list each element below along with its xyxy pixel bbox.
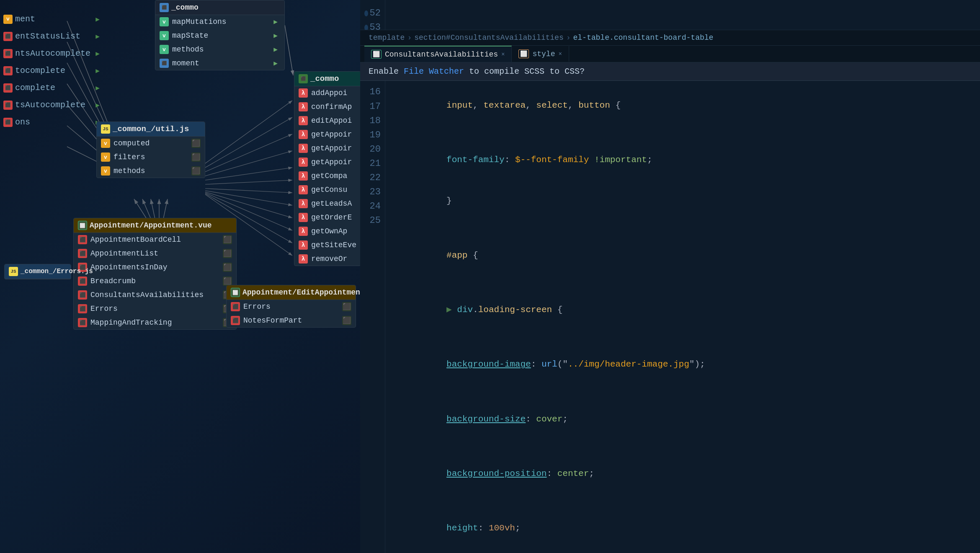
node-item-mapState: v mapState ▶ <box>155 29 284 43</box>
vue-icon2: ⬜ <box>231 288 240 297</box>
code-editor-panel: 52 53 54 55 56 57 58 <box>360 0 980 553</box>
edit-label-errors: Errors <box>243 302 271 311</box>
edit-apt-title: Appointment/EditAppointment.vue <box>242 288 360 297</box>
list-arrow: ⬛ <box>223 249 232 258</box>
edge-item-icon5: ⬛ <box>3 83 13 93</box>
label-addappoi: addAppoi <box>311 89 347 97</box>
svg-line-11 <box>205 192 292 218</box>
common-getAppoir1: λ getAppoir <box>294 128 360 142</box>
lambda-icon4: λ <box>299 130 308 139</box>
bottom-code-area[interactable]: 16 17 18 19 20 21 22 23 24 25 input, tex… <box>360 81 980 553</box>
tab-close-consultants[interactable]: × <box>501 51 505 58</box>
common-getLeads: λ getLeadsA <box>294 197 360 211</box>
comp-icon6: ⬛ <box>78 304 87 313</box>
bottom-line-22: background-image: url("../img/header-ima… <box>394 331 972 385</box>
edge-item-label6: tsAutocomplete <box>15 100 85 110</box>
node-appointment-vue: ⬜ Appointment/Appointment.vue ⬛ Appointm… <box>73 218 237 330</box>
bottom-section: template › section#ConsultantsAvailabili… <box>360 30 980 553</box>
label-removeor: removeOr <box>311 255 347 263</box>
util-methods: v methods ⬛ <box>97 164 205 178</box>
computed-arrow: ⬛ <box>191 139 201 148</box>
breadcrumb-bar: template › section#ConsultantsAvailabili… <box>360 30 980 46</box>
label-getappoir2: getAppoir <box>311 144 352 152</box>
svg-line-2 <box>285 25 293 75</box>
edge-arrow3: ▶ <box>93 49 102 58</box>
comp-icon5: ⬛ <box>78 290 87 300</box>
edge-item-label4: tocomplete <box>15 66 65 75</box>
label-getsiteeve: getSiteEve <box>311 241 356 249</box>
svg-line-5 <box>205 134 292 172</box>
bottom-line-21: ▶ div.loading-screen { <box>394 276 972 331</box>
tab-close-style[interactable]: × <box>558 51 562 57</box>
common-right-header: ⬛ _commo <box>294 72 360 86</box>
boardcell-arrow: ⬛ <box>223 235 232 244</box>
edge-item-icon7: ⬛ <box>3 118 13 127</box>
edge-arrow2: ▶ <box>93 32 102 41</box>
code-area[interactable]: 52 53 54 55 56 57 58 <box>360 0 980 30</box>
lambda-icon13: λ <box>299 254 308 264</box>
v-filters-icon: v <box>101 152 110 162</box>
edit-label-notes: NotesFormPart <box>243 316 302 325</box>
notification-bar: Enable File Watcher to compile SCSS to C… <box>360 62 980 81</box>
label-inday: AppointmentsInDay <box>90 263 168 271</box>
edit-errors-arrow: ⬛ <box>342 302 351 311</box>
node-top-title: _commo <box>171 3 199 12</box>
label-getownap: getOwnAp <box>311 227 347 235</box>
apt-mapping: ⬛ MappingAndTracking ⬛ <box>74 316 236 329</box>
bottom-line-18: } <box>394 181 972 222</box>
svg-line-9 <box>205 189 292 193</box>
lambda-icon6: λ <box>299 158 308 167</box>
vue-tab-icon: ⬜ <box>371 50 382 59</box>
tab-consultants-availabilities[interactable]: ⬜ ConsultantsAvailabilities × <box>364 46 512 62</box>
edge-arrow: ▶ <box>93 15 102 24</box>
v-icon3: v <box>160 45 169 54</box>
tab-style[interactable]: ⬜ style × <box>512 46 569 62</box>
methods-arrow: ⬛ <box>191 166 201 176</box>
node-item-methods: v methods ▶ <box>155 43 284 57</box>
item-label2: mapState <box>172 31 208 40</box>
label-confirmap: confirmAp <box>311 103 352 111</box>
bottom-code-content[interactable]: input, textarea, select, button { font-f… <box>385 81 980 553</box>
bottom-line-16: input, textarea, select, button { <box>394 85 972 126</box>
common-removeOr: λ removeOr <box>294 252 360 266</box>
svg-line-26 <box>163 199 168 219</box>
svg-line-24 <box>151 199 155 219</box>
v-computed-icon: v <box>101 139 110 148</box>
file-watcher-link[interactable]: File Watcher <box>404 67 464 76</box>
lambda-icon2: λ <box>299 102 308 111</box>
edit-comp-icon2: ⬛ <box>231 316 240 325</box>
file-icon2: ⬛ <box>160 59 169 68</box>
main-code-content[interactable]: v-loading="loading"> <el-table-column la… <box>385 0 980 30</box>
label-editappoi: editAppoi <box>311 116 352 125</box>
node-item-moment: ⬛ moment ▶ <box>155 57 284 70</box>
common-getConsu: λ getConsu <box>294 183 360 197</box>
appointment-title: Appointment/Appointment.vue <box>90 221 212 230</box>
label-consultants: ConsultantsAvailabilities <box>90 291 204 299</box>
lambda-icon10: λ <box>299 213 308 222</box>
tabs-bar[interactable]: ⬜ ConsultantsAvailabilities × ⬜ style × <box>360 46 980 62</box>
comp-icon7: ⬛ <box>78 318 87 327</box>
common-addAppoi: λ addAppoi <box>294 86 360 100</box>
label-getordere: getOrderE <box>311 213 352 222</box>
lambda-icon12: λ <box>299 240 308 250</box>
line-numbers: 52 53 54 55 56 57 58 <box>360 0 385 30</box>
edit-errors: ⬛ Errors ⬛ <box>227 300 356 314</box>
breadcrumb-table: el-table.consultant-board-table <box>573 34 714 42</box>
arrow-icon4: ▶ <box>271 59 280 68</box>
item-label3: methods <box>172 45 204 54</box>
node-common-right: ⬛ _commo λ addAppoi λ confirmAp λ editAp… <box>294 71 360 266</box>
edge-item-icon3: ⬛ <box>3 49 13 58</box>
edge-item-label: ment <box>15 14 35 24</box>
svg-line-8 <box>205 180 292 184</box>
lambda-icon3: λ <box>299 116 308 125</box>
svg-line-23 <box>142 199 151 219</box>
file-icon: ⬛ <box>160 3 169 12</box>
label-list: AppointmentList <box>90 249 158 258</box>
breadcrumb-template: template <box>369 34 405 42</box>
common-right-title: _commo <box>310 74 339 83</box>
v-icon: v <box>160 17 169 26</box>
svg-line-10 <box>205 191 292 205</box>
errors-title: _common_/Errors.js <box>21 268 93 275</box>
errors-header: JS _common_/Errors.js <box>5 264 71 279</box>
edge-item-icon6: ⬛ <box>3 101 13 110</box>
